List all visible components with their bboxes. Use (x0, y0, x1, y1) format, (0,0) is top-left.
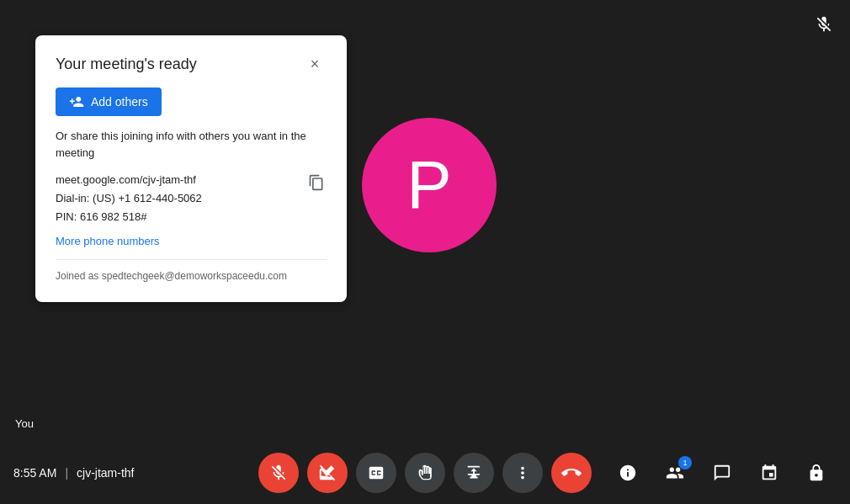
meeting-ready-card: Your meeting's ready × Add others Or sha… (35, 35, 347, 302)
avatar: P (362, 118, 497, 252)
card-title: Your meeting's ready (56, 56, 197, 73)
dialin-label: Dial-in: (56, 192, 89, 204)
share-text: Or share this joining info with others y… (56, 128, 327, 161)
info-button[interactable] (608, 453, 648, 493)
end-call-button[interactable] (551, 453, 592, 493)
security-button[interactable] (796, 453, 837, 493)
copy-button[interactable] (306, 172, 327, 197)
meeting-url: meet.google.com/cjv-jtam-thf (56, 173, 196, 186)
time-display: 8:55 AM (13, 466, 56, 480)
you-label: You (15, 417, 34, 430)
people-badge: 1 (678, 456, 692, 470)
meeting-info-row: meet.google.com/cjv-jtam-thf Dial-in: (U… (56, 171, 327, 226)
card-header: Your meeting's ready × (56, 52, 327, 76)
avatar-letter: P (406, 146, 451, 224)
meeting-code: cjv-jtam-thf (77, 466, 134, 480)
camera-toggle-button[interactable] (307, 453, 348, 493)
bottom-right-controls: 1 (608, 453, 837, 493)
bottom-bar: 8:55 AM | cjv-jtam-thf (0, 442, 850, 504)
joined-as-text: Joined as spedtechgeek@demoworkspaceedu.… (56, 259, 327, 282)
pin-value: 616 982 518# (80, 210, 147, 223)
dialin-value: (US) +1 612-440-5062 (93, 192, 202, 204)
more-phone-numbers-link[interactable]: More phone numbers (56, 235, 327, 247)
separator: | (65, 466, 68, 480)
top-mute-icon (815, 15, 833, 38)
raise-hand-button[interactable] (405, 453, 445, 493)
people-button[interactable]: 1 (655, 453, 695, 493)
captions-button[interactable] (356, 453, 396, 493)
mic-toggle-button[interactable] (258, 453, 299, 493)
pin-label: PIN: (56, 210, 77, 223)
chat-button[interactable] (702, 453, 742, 493)
present-screen-button[interactable] (454, 453, 494, 493)
meeting-info-text: meet.google.com/cjv-jtam-thf Dial-in: (U… (56, 171, 202, 226)
close-button[interactable]: × (303, 52, 327, 76)
add-others-button[interactable]: Add others (56, 88, 162, 116)
bottom-center-controls (258, 453, 592, 493)
avatar-container: P (362, 118, 497, 252)
activities-button[interactable] (749, 453, 789, 493)
more-options-button[interactable] (502, 453, 543, 493)
